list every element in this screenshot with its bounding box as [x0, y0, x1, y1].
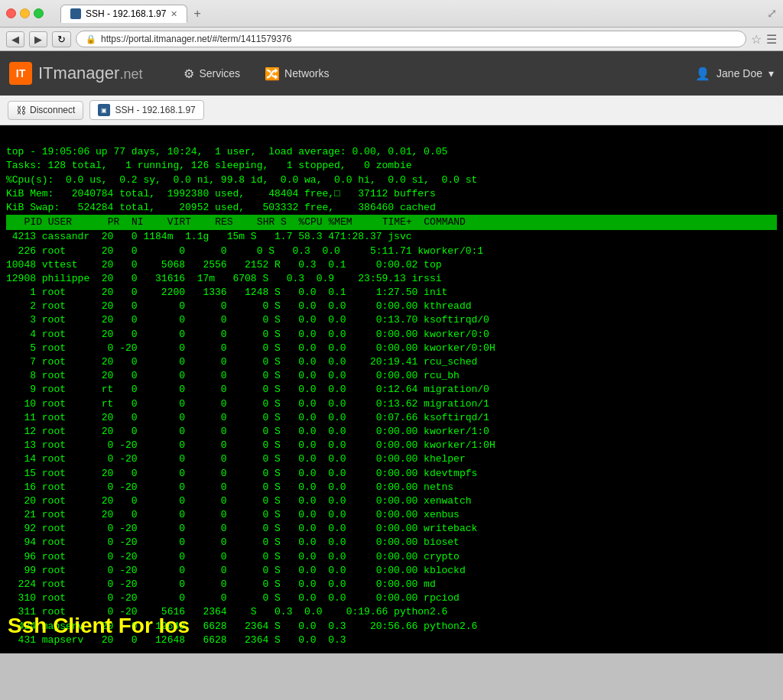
table-row: 10 root rt 0 0 0 0 S 0.0 0.0 0:13.62 mig… [6, 397, 777, 411]
traffic-lights [6, 8, 44, 18]
ssh-session-tab[interactable]: ▣ SSH - 192.168.1.97 [89, 100, 203, 120]
user-menu[interactable]: 👤 Jane Doe ▾ [695, 66, 774, 81]
terminal-line-3: %Cpu(s): 0.0 us, 0.2 sy, 0.0 ni, 99.8 id… [6, 174, 477, 186]
table-row: 96 root 0 -20 0 0 0 S 0.0 0.0 0:00.00 cr… [6, 550, 777, 564]
browser-chrome: SSH - 192.168.1.97 ✕ + ⤢ ◀ ▶ ↻ 🔒 https:/… [0, 0, 783, 51]
menu-icon[interactable]: ☰ [766, 32, 777, 47]
table-row: 7 root 20 0 0 0 0 S 0.0 0.0 20:19.41 rcu… [6, 355, 777, 369]
maximize-button[interactable] [34, 8, 44, 18]
terminal-line-5: KiB Swap: 524284 total, 20952 used, 5033… [6, 202, 436, 213]
table-row: 11 root 20 0 0 0 0 S 0.0 0.0 0:07.66 kso… [6, 411, 777, 425]
close-button[interactable] [6, 8, 16, 18]
terminal-rows: 4213 cassandr 20 0 1184m 1.1g 15m S 1.7 … [6, 230, 777, 647]
disconnect-label: Disconnect [30, 105, 75, 115]
dropdown-icon: ▾ [768, 67, 774, 79]
table-row: 5 root 0 -20 0 0 0 S 0.0 0.0 0:00.00 kwo… [6, 342, 777, 355]
table-row: 8 root 20 0 0 0 0 S 0.0 0.0 0:00.00 rcu_… [6, 369, 777, 383]
active-tab[interactable]: SSH - 192.168.1.97 ✕ [60, 5, 187, 23]
terminal-line-4: KiB Mem: 2040784 total, 1992380 used, 48… [6, 188, 436, 199]
watermark: Ssh Client For Ios [8, 614, 190, 638]
services-label: Services [199, 67, 240, 79]
table-row: 310 root 0 -20 0 0 0 S 0.0 0.0 0:00.00 r… [6, 591, 777, 605]
terminal-content: top - 19:05:06 up 77 days, 10:24, 1 user… [6, 131, 777, 215]
user-name: Jane Doe [716, 67, 762, 79]
refresh-button[interactable]: ↻ [52, 31, 71, 47]
terminal-wrapper: top - 19:05:06 up 77 days, 10:24, 1 user… [0, 125, 783, 653]
tab-favicon [70, 8, 81, 19]
table-row: 20 root 20 0 0 0 0 S 0.0 0.0 0:00.00 xen… [6, 494, 777, 508]
app-header: IT ITmanager.net ⚙ Services 🔀 Networks 👤… [0, 51, 783, 96]
table-row: 12 root 20 0 0 0 0 S 0.0 0.0 0:00.00 kwo… [6, 425, 777, 439]
back-button[interactable]: ◀ [6, 31, 24, 47]
table-row: 1 root 20 0 2200 1336 1248 S 0.0 0.1 1:2… [6, 286, 777, 300]
table-row: 14 root 0 -20 0 0 0 S 0.0 0.0 0:00.00 kh… [6, 452, 777, 466]
address-bar[interactable]: 🔒 https://portal.itmanager.net/#/term/14… [76, 31, 746, 47]
table-row: 226 root 20 0 0 0 0 S 0.3 0.0 5:11.71 kw… [6, 245, 777, 258]
table-row: 4 root 20 0 0 0 0 S 0.0 0.0 0:00.00 kwor… [6, 328, 777, 342]
table-row: 99 root 0 -20 0 0 0 S 0.0 0.0 0:00.00 kb… [6, 564, 777, 578]
terminal[interactable]: top - 19:05:06 up 77 days, 10:24, 1 user… [0, 125, 783, 653]
table-row: 21 root 20 0 0 0 0 S 0.0 0.0 0:00.00 xen… [6, 508, 777, 522]
table-row: 3 root 20 0 0 0 0 S 0.0 0.0 0:13.70 ksof… [6, 313, 777, 327]
tab-bar: SSH - 192.168.1.97 ✕ + [54, 5, 762, 22]
table-row: 10048 vttest 20 0 5068 2556 2152 R 0.3 0… [6, 258, 777, 272]
services-nav-item[interactable]: ⚙ Services [173, 60, 251, 87]
table-row: 4213 cassandr 20 0 1184m 1.1g 15m S 1.7 … [6, 230, 777, 244]
table-row: 2 root 20 0 0 0 0 S 0.0 0.0 0:00.00 kthr… [6, 300, 777, 313]
disconnect-button[interactable]: ⛓ Disconnect [8, 101, 83, 120]
terminal-line-1: top - 19:05:06 up 77 days, 10:24, 1 user… [6, 146, 447, 157]
ssh-tab-bar: ⛓ Disconnect ▣ SSH - 192.168.1.97 [0, 96, 783, 125]
title-bar: SSH - 192.168.1.97 ✕ + ⤢ [0, 0, 783, 27]
table-row: 16 root 0 -20 0 0 0 S 0.0 0.0 0:00.00 ne… [6, 481, 777, 494]
disconnect-icon: ⛓ [16, 105, 26, 116]
new-tab-button[interactable]: + [189, 5, 205, 22]
logo-area: IT ITmanager.net [9, 62, 142, 85]
table-row: 92 root 0 -20 0 0 0 S 0.0 0.0 0:00.00 wr… [6, 522, 777, 536]
address-bar-row: ◀ ▶ ↻ 🔒 https://portal.itmanager.net/#/t… [0, 27, 783, 50]
tab-close-icon[interactable]: ✕ [171, 9, 177, 19]
logo-text: ITmanager.net [38, 63, 142, 83]
bookmark-icon[interactable]: ☆ [751, 32, 762, 47]
table-header-row: PID USER PR NI VIRT RES SHR S %CPU %MEM … [6, 215, 777, 230]
services-icon: ⚙ [184, 66, 194, 81]
lock-icon: 🔒 [86, 34, 96, 44]
user-icon: 👤 [695, 66, 710, 81]
ssh-tab-label: SSH - 192.168.1.97 [115, 105, 195, 115]
table-row: 12908 philippe 20 0 31616 17m 6708 S 0.3… [6, 272, 777, 286]
networks-label: Networks [284, 67, 329, 79]
logo-icon: IT [9, 62, 32, 85]
ssh-tab-icon: ▣ [98, 104, 110, 116]
resize-icon: ⤢ [767, 6, 777, 21]
forward-button[interactable]: ▶ [29, 31, 47, 47]
table-row: 224 root 0 -20 0 0 0 S 0.0 0.0 0:00.00 m… [6, 578, 777, 591]
table-row: 94 root 0 -20 0 0 0 S 0.0 0.0 0:00.00 bi… [6, 536, 777, 549]
tab-label: SSH - 192.168.1.97 [86, 8, 166, 19]
minimize-button[interactable] [20, 8, 30, 18]
main-nav: ⚙ Services 🔀 Networks [173, 60, 340, 87]
networks-nav-item[interactable]: 🔀 Networks [254, 60, 340, 87]
url-text: https://portal.itmanager.net/#/term/1411… [101, 34, 292, 44]
table-row: 15 root 20 0 0 0 0 S 0.0 0.0 0:00.00 kde… [6, 467, 777, 481]
window-controls: ⤢ [767, 6, 777, 21]
table-row: 13 root 0 -20 0 0 0 S 0.0 0.0 0:00.00 kw… [6, 439, 777, 452]
table-row: 9 root rt 0 0 0 0 S 0.0 0.0 0:12.64 migr… [6, 383, 777, 397]
terminal-line-2: Tasks: 128 total, 1 running, 126 sleepin… [6, 160, 412, 171]
networks-icon: 🔀 [265, 66, 280, 81]
